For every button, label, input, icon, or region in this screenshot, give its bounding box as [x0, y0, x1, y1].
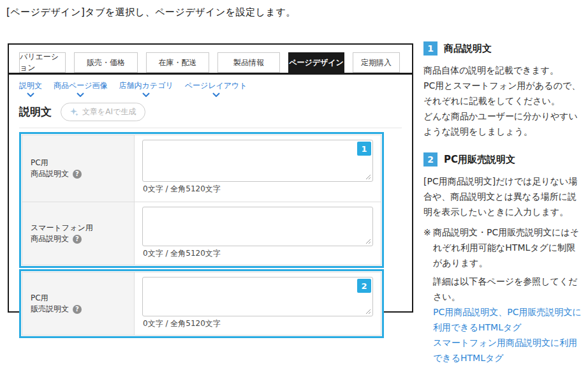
sidebar-section-1-body: 商品自体の説明を記載できます。 PC用とスマートフォン用があるので、 それぞれに…	[423, 63, 584, 139]
screen: [ページデザイン]タブを選択し、ページデザインを設定します。 バリエーション 販…	[0, 0, 588, 370]
char-counter: 0文字 / 全角5120文字	[143, 184, 373, 195]
tab-page-design[interactable]: ページデザイン	[288, 52, 344, 73]
number-badge: 2	[423, 152, 437, 166]
sidebar-section-title: PC用販売説明文	[444, 152, 515, 167]
field-label: スマートフォン用 商品説明文 ?	[22, 202, 135, 265]
divider	[19, 128, 402, 128]
explanation-sidebar: 1 商品説明文 商品自体の説明を記載できます。 PC用とスマートフォン用があるの…	[423, 41, 584, 366]
sidebar-section-1-header: 1 商品説明文	[423, 41, 584, 56]
pc-sales-description-textarea[interactable]	[142, 277, 373, 316]
sidebar-section-2-body: [PC用商品説明文]だけでは足りない場合や、商品説明文とは異なる場所に説明を表示…	[423, 174, 584, 219]
tab-variation[interactable]: バリエーション	[19, 52, 66, 73]
detail-reference-text: 詳細は以下各ページを参照してください。	[433, 274, 584, 304]
section-head: 説明文 文章をAIで生成	[19, 103, 402, 121]
note-marker: ※	[423, 225, 431, 240]
sidebar-section-2-header: 2 PC用販売説明文	[423, 152, 584, 167]
sidebar-section-title: 商品説明文	[444, 41, 492, 56]
annotation-box-2: PC用 販売説明文 ? 2 0文字	[19, 269, 384, 338]
subnav-item-store-category[interactable]: 店舗内カテゴリ	[119, 80, 173, 97]
tab-bar: バリエーション 販売・価格 在庫・配送 製品情報 ページデザイン 定期購入	[19, 52, 402, 73]
field-row-pc-product-description: PC用 商品説明文 ? 1 0文字	[22, 135, 381, 202]
chevron-down-icon	[212, 93, 220, 97]
resize-handle-icon[interactable]	[365, 309, 371, 314]
tab-stock-shipping[interactable]: 在庫・配送	[146, 52, 209, 73]
subnav-item-description[interactable]: 説明文	[19, 80, 42, 97]
help-icon[interactable]: ?	[73, 235, 82, 244]
tab-underline	[9, 73, 412, 75]
section-title: 説明文	[19, 105, 52, 119]
chevron-down-icon	[77, 93, 84, 97]
chevron-down-icon	[142, 93, 150, 97]
pc-product-description-textarea[interactable]	[142, 140, 373, 182]
field-label: PC用 販売説明文 ?	[22, 272, 135, 335]
link-pc-html-tags[interactable]: PC用商品説明文、PC用販売説明文に利用できるHTMLタグ	[433, 304, 584, 335]
annotation-number-badge: 1	[357, 142, 371, 156]
smartphone-product-description-textarea[interactable]	[142, 207, 373, 246]
help-icon[interactable]: ?	[73, 305, 82, 314]
char-counter: 0文字 / 全角5120文字	[143, 248, 373, 259]
field-row-smartphone-product-description: スマートフォン用 商品説明文 ? 0文字 / 全角5120文字	[22, 202, 381, 265]
html-tag-restriction-note: ※ 商品説明文・PC用販売説明文にはそれぞれ利用可能なHTMLタグに制限がありま…	[423, 225, 584, 270]
spacer	[423, 219, 584, 225]
generate-with-ai-button[interactable]: 文章をAIで生成	[61, 103, 145, 121]
field-label: PC用 商品説明文 ?	[22, 135, 135, 202]
number-badge: 1	[423, 41, 437, 56]
spacer	[423, 139, 584, 152]
sparkle-icon	[70, 108, 78, 116]
annotation-number-badge: 2	[357, 279, 371, 293]
subnav-item-product-page-image[interactable]: 商品ページ画像	[54, 80, 108, 97]
tab-subscription[interactable]: 定期購入	[353, 52, 400, 73]
char-counter: 0文字 / 全角5120文字	[143, 318, 373, 329]
page-instruction: [ページデザイン]タブを選択し、ページデザインを設定します。	[6, 6, 296, 18]
resize-handle-icon[interactable]	[365, 239, 371, 244]
help-icon[interactable]: ?	[73, 170, 82, 179]
product-edit-panel: バリエーション 販売・価格 在庫・配送 製品情報 ページデザイン 定期購入 説明…	[8, 43, 413, 313]
chevron-down-icon	[27, 93, 34, 97]
subnav: 説明文 商品ページ画像 店舗内カテゴリ ページレイアウト	[19, 80, 402, 97]
description-form: PC用 商品説明文 ? 1 0文字	[19, 132, 384, 338]
annotation-box-1: PC用 商品説明文 ? 1 0文字	[19, 132, 384, 268]
tab-product-info[interactable]: 製品情報	[217, 52, 280, 73]
subnav-item-page-layout[interactable]: ページレイアウト	[185, 80, 247, 97]
resize-handle-icon[interactable]	[365, 174, 371, 180]
link-smartphone-html-tags[interactable]: スマートフォン用商品説明文に利用できるHTMLタグ	[433, 335, 584, 366]
field-row-pc-sales-description: PC用 販売説明文 ? 2 0文字	[22, 272, 381, 335]
tab-sales-price[interactable]: 販売・価格	[74, 52, 138, 73]
